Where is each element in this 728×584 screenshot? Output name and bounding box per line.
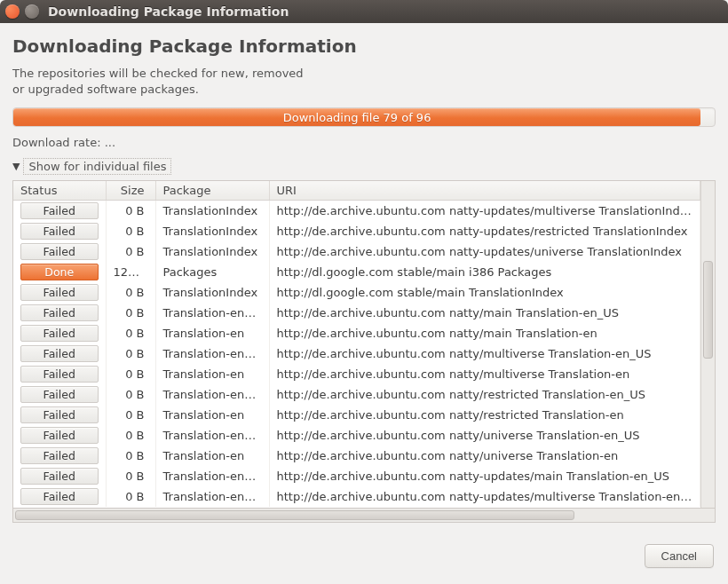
status-badge: Failed — [20, 447, 99, 464]
cell-uri: http://de.archive.ubuntu.com natty/multi… — [269, 343, 700, 364]
horizontal-scroll-thumb[interactable] — [15, 510, 574, 520]
cell-uri: http://dl.google.com stable/main Transla… — [269, 282, 700, 303]
cell-package: TranslationIndex — [155, 221, 269, 241]
cell-package: TranslationIndex — [155, 241, 269, 262]
status-badge: Failed — [20, 427, 99, 444]
progress-bar: Downloading file 79 of 96 — [12, 107, 716, 127]
files-table: Status Size Package URI Failed0 BTransla… — [13, 181, 700, 507]
status-badge: Failed — [20, 223, 99, 240]
cell-uri: http://de.archive.ubuntu.com natty-updat… — [269, 221, 700, 241]
title-bar: Downloading Package Information — [0, 0, 728, 23]
table-row[interactable]: Failed0 BTranslation-en_UShttp://de.arch… — [13, 425, 700, 446]
cell-uri: http://de.archive.ubuntu.com natty-updat… — [269, 466, 700, 486]
status-badge: Failed — [20, 366, 99, 383]
cell-package: Translation-en — [155, 364, 269, 384]
cell-uri: http://de.archive.ubuntu.com natty-updat… — [269, 486, 700, 507]
cell-package: Translation-en_US — [155, 466, 269, 486]
status-badge: Failed — [20, 243, 99, 260]
status-badge: Done — [20, 264, 99, 280]
table-header-row: Status Size Package URI — [13, 181, 700, 201]
cell-package: Translation-en_US — [155, 303, 269, 323]
vertical-scrollbar[interactable] — [700, 181, 715, 508]
table-row[interactable]: Failed0 BTranslationIndexhttp://de.archi… — [13, 241, 700, 262]
status-badge: Failed — [20, 345, 99, 362]
status-badge: Failed — [20, 468, 99, 485]
cell-uri: http://de.archive.ubuntu.com natty-updat… — [269, 201, 700, 222]
horizontal-scrollbar[interactable] — [12, 509, 716, 523]
dialog-footer: Cancel — [0, 532, 728, 580]
col-size[interactable]: Size — [106, 181, 155, 201]
table-row[interactable]: Failed0 BTranslation-enhttp://de.archive… — [13, 364, 700, 384]
files-table-container: Status Size Package URI Failed0 BTransla… — [12, 180, 716, 509]
toggle-individual-files[interactable]: ▼ Show for individual files — [12, 158, 716, 175]
col-status[interactable]: Status — [13, 181, 106, 201]
cell-package: Translation-en_US — [155, 425, 269, 446]
table-row[interactable]: Failed0 BTranslation-en_UShttp://de.arch… — [13, 466, 700, 486]
cell-size: 0 B — [106, 446, 155, 466]
cell-uri: http://de.archive.ubuntu.com natty/restr… — [269, 384, 700, 405]
table-row[interactable]: Failed0 BTranslation-en_UShttp://de.arch… — [13, 486, 700, 507]
cell-uri: http://de.archive.ubuntu.com natty/main … — [269, 323, 700, 343]
dialog-content: Downloading Package Information The repo… — [0, 23, 728, 532]
cell-size: 0 B — [106, 303, 155, 323]
cell-size: 0 B — [106, 282, 155, 303]
cell-package: Translation-en — [155, 446, 269, 466]
cell-package: Packages — [155, 262, 269, 282]
close-icon[interactable] — [5, 4, 20, 19]
table-row[interactable]: Failed0 BTranslation-en_UShttp://de.arch… — [13, 343, 700, 364]
table-row[interactable]: Failed0 BTranslation-en_UShttp://de.arch… — [13, 384, 700, 405]
table-row[interactable]: Failed0 BTranslation-enhttp://de.archive… — [13, 446, 700, 466]
cell-size: 0 B — [106, 221, 155, 241]
cell-package: TranslationIndex — [155, 201, 269, 222]
table-row[interactable]: Done1262 BPackageshttp://dl.google.com s… — [13, 262, 700, 282]
cell-package: Translation-en — [155, 323, 269, 343]
minimize-icon[interactable] — [25, 4, 39, 19]
table-row[interactable]: Failed0 BTranslation-enhttp://de.archive… — [13, 323, 700, 343]
cell-size: 1262 B — [106, 262, 155, 282]
cell-package: Translation-en_US — [155, 486, 269, 507]
cell-uri: http://dl.google.com stable/main i386 Pa… — [269, 262, 700, 282]
progress-fill: Downloading file 79 of 96 — [13, 108, 700, 126]
cell-uri: http://de.archive.ubuntu.com natty/main … — [269, 303, 700, 323]
cell-package: Translation-en — [155, 405, 269, 425]
cell-size: 0 B — [106, 241, 155, 262]
cell-package: Translation-en_US — [155, 384, 269, 405]
description-line2: or upgraded software packages. — [12, 82, 716, 98]
table-row[interactable]: Failed0 BTranslationIndexhttp://de.archi… — [13, 221, 700, 241]
toggle-label: Show for individual files — [23, 158, 171, 175]
cell-package: TranslationIndex — [155, 282, 269, 303]
cell-size: 0 B — [106, 405, 155, 425]
chevron-down-icon: ▼ — [12, 161, 20, 172]
description: The repositories will be checked for new… — [12, 66, 716, 97]
window-title: Downloading Package Information — [48, 4, 289, 19]
col-uri[interactable]: URI — [269, 181, 700, 201]
status-badge: Failed — [20, 386, 99, 403]
cell-uri: http://de.archive.ubuntu.com natty/restr… — [269, 405, 700, 425]
download-rate: Download rate: ... — [12, 136, 716, 149]
vertical-scroll-thumb[interactable] — [703, 261, 713, 359]
cell-size: 0 B — [106, 364, 155, 384]
description-line1: The repositories will be checked for new… — [12, 66, 716, 82]
cell-size: 0 B — [106, 486, 155, 507]
status-badge: Failed — [20, 406, 99, 423]
page-title: Downloading Package Information — [12, 36, 716, 57]
cell-size: 0 B — [106, 201, 155, 222]
cell-size: 0 B — [106, 343, 155, 364]
cell-uri: http://de.archive.ubuntu.com natty/unive… — [269, 425, 700, 446]
status-badge: Failed — [20, 202, 99, 219]
status-badge: Failed — [20, 304, 99, 321]
files-table-scroll[interactable]: Status Size Package URI Failed0 BTransla… — [13, 181, 700, 508]
table-row[interactable]: Failed0 BTranslationIndexhttp://dl.googl… — [13, 282, 700, 303]
table-row[interactable]: Failed0 BTranslation-en_UShttp://de.arch… — [13, 303, 700, 323]
table-row[interactable]: Failed0 BTranslation-enhttp://de.archive… — [13, 405, 700, 425]
table-row[interactable]: Failed0 BTranslationIndexhttp://de.archi… — [13, 201, 700, 222]
cell-size: 0 B — [106, 323, 155, 343]
cell-uri: http://de.archive.ubuntu.com natty/multi… — [269, 364, 700, 384]
status-badge: Failed — [20, 284, 99, 301]
cell-uri: http://de.archive.ubuntu.com natty-updat… — [269, 241, 700, 262]
cell-uri: http://de.archive.ubuntu.com natty/unive… — [269, 446, 700, 466]
cancel-button[interactable]: Cancel — [645, 544, 714, 568]
col-package[interactable]: Package — [155, 181, 269, 201]
cell-size: 0 B — [106, 466, 155, 486]
status-badge: Failed — [20, 488, 99, 505]
